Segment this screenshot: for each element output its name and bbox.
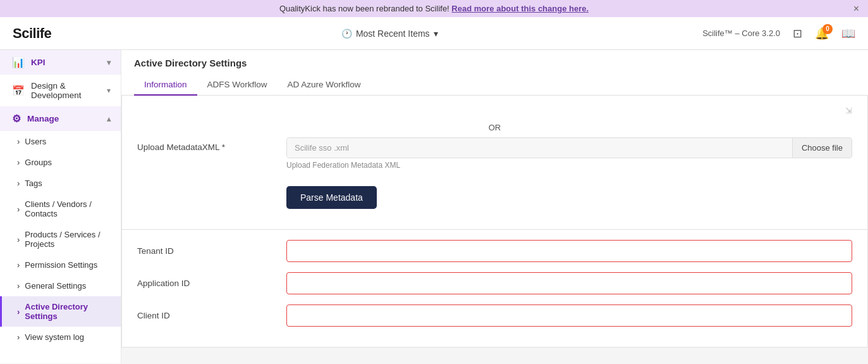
application-id-label: Application ID [137, 279, 276, 288]
sidebar-item-users[interactable]: › Users [0, 131, 121, 152]
header-center: 🕐 Most Recent Items ▾ [76, 25, 702, 42]
choose-file-button[interactable]: Choose file [792, 138, 852, 158]
logo: Scilife [13, 25, 51, 42]
sidebar-child-label: View system log [25, 332, 84, 342]
screen-icon[interactable]: ⊡ [793, 27, 802, 41]
sidebar-item-clients[interactable]: › Clients / Vendors / Contacts [0, 194, 121, 224]
sidebar-child-label: Active Directory Settings [25, 302, 111, 321]
parse-metadata-button[interactable]: Parse Metadata [286, 186, 377, 209]
fields-section: Tenant ID Application ID Client ID [121, 230, 868, 348]
sidebar-item-manage[interactable]: ⚙ Manage ▴ [0, 106, 121, 131]
sidebar-child-label: Groups [25, 158, 52, 167]
main-content: Active Directory Settings Information AD… [121, 50, 868, 363]
kpi-icon: 📊 [12, 56, 25, 68]
tabs: Information ADFS Workflow AD Azure Workf… [134, 75, 855, 95]
sidebar-item-groups[interactable]: › Groups [0, 152, 121, 173]
notification-icon[interactable]: 🔔 0 [815, 27, 829, 41]
top-banner: QualityKick has now been rebranded to Sc… [0, 0, 868, 17]
sidebar-item-label: KPI [31, 58, 46, 67]
most-recent-button[interactable]: 🕐 Most Recent Items ▾ [335, 25, 444, 42]
sidebar-child-label: Permission Settings [25, 260, 97, 270]
banner-close-button[interactable]: × [853, 3, 859, 15]
notification-badge: 0 [822, 24, 833, 34]
sidebar-child-label: General Settings [25, 281, 86, 291]
clock-icon: 🕐 [341, 28, 352, 39]
child-chevron-icon: › [17, 260, 20, 270]
client-id-row: Client ID [137, 304, 852, 327]
tenant-id-label: Tenant ID [137, 246, 276, 256]
textarea-resize-handle[interactable]: ⇲ [845, 106, 852, 115]
page-header: Active Directory Settings Information AD… [121, 50, 868, 96]
tab-information[interactable]: Information [134, 75, 197, 96]
file-hint: Upload Federation Metadata XML [286, 161, 852, 170]
tenant-id-row: Tenant ID [137, 240, 852, 262]
file-input-placeholder: Scilife sso .xml [287, 138, 792, 158]
tenant-id-input[interactable] [286, 240, 852, 262]
upload-label: Upload MetadataXML * [137, 137, 276, 152]
client-id-input[interactable] [286, 304, 852, 327]
tab-adfs-workflow[interactable]: ADFS Workflow [197, 75, 278, 96]
book-icon[interactable]: 📖 [841, 27, 855, 41]
sidebar: 📊 KPI ▾ 📅 Design & Development ▾ ⚙ Manag… [0, 50, 121, 363]
tab-ad-azure-workflow[interactable]: AD Azure Workflow [278, 75, 371, 96]
application-id-input[interactable] [286, 272, 852, 294]
client-id-label: Client ID [137, 311, 276, 320]
banner-link[interactable]: Read more about this change here. [451, 4, 589, 13]
chevron-up-icon: ▴ [107, 115, 111, 123]
child-chevron-icon: › [17, 307, 20, 317]
header-right: Scilife™ – Core 3.2.0 ⊡ 🔔 0 📖 [702, 27, 855, 41]
sidebar-child-label: Products / Services / Projects [25, 230, 111, 249]
form-section: ⇲ OR Upload MetadataXML * Scilife sso .x… [121, 96, 868, 230]
or-divider: OR [137, 123, 852, 132]
chevron-icon: ▾ [107, 86, 111, 95]
sidebar-item-tags[interactable]: › Tags [0, 173, 121, 194]
parse-button-row: Parse Metadata [137, 181, 852, 214]
chevron-down-icon: ▾ [434, 28, 438, 39]
sidebar-item-active-directory[interactable]: › Active Directory Settings [0, 296, 121, 327]
most-recent-label: Most Recent Items [356, 28, 430, 39]
header: Scilife 🕐 Most Recent Items ▾ Scilife™ –… [0, 17, 868, 50]
banner-text: QualityKick has now been rebranded to Sc… [279, 4, 449, 13]
sidebar-child-label: Clients / Vendors / Contacts [25, 199, 111, 218]
manage-icon: ⚙ [12, 113, 21, 125]
child-chevron-icon: › [17, 158, 20, 167]
sidebar-item-design-dev[interactable]: 📅 Design & Development ▾ [0, 75, 121, 106]
sidebar-item-general-settings[interactable]: › General Settings [0, 275, 121, 296]
child-chevron-icon: › [17, 179, 20, 188]
chevron-icon: ▾ [107, 58, 111, 67]
child-chevron-icon: › [17, 235, 20, 244]
design-icon: 📅 [12, 85, 25, 97]
application-id-row: Application ID [137, 272, 852, 294]
page-title: Active Directory Settings [134, 58, 855, 68]
sidebar-item-view-system-log[interactable]: › View system log [0, 327, 121, 348]
child-chevron-icon: › [17, 137, 20, 146]
sidebar-child-label: Users [25, 137, 46, 146]
app-body: 📊 KPI ▾ 📅 Design & Development ▾ ⚙ Manag… [0, 50, 868, 363]
child-chevron-icon: › [17, 332, 20, 342]
file-input-wrapper: Scilife sso .xml Choose file [286, 137, 852, 158]
child-chevron-icon: › [17, 281, 20, 291]
sidebar-item-kpi[interactable]: 📊 KPI ▾ [0, 50, 121, 75]
sidebar-item-products[interactable]: › Products / Services / Projects [0, 224, 121, 254]
sidebar-item-label: Design & Development [31, 81, 107, 100]
sidebar-item-permission-settings[interactable]: › Permission Settings [0, 254, 121, 275]
upload-metadata-row: Upload MetadataXML * Scilife sso .xml Ch… [137, 137, 852, 170]
upload-field: Scilife sso .xml Choose file Upload Fede… [286, 137, 852, 170]
sidebar-item-label: Manage [27, 114, 59, 123]
sidebar-child-label: Tags [25, 179, 42, 188]
version-label: Scilife™ – Core 3.2.0 [702, 28, 780, 38]
child-chevron-icon: › [17, 204, 20, 214]
